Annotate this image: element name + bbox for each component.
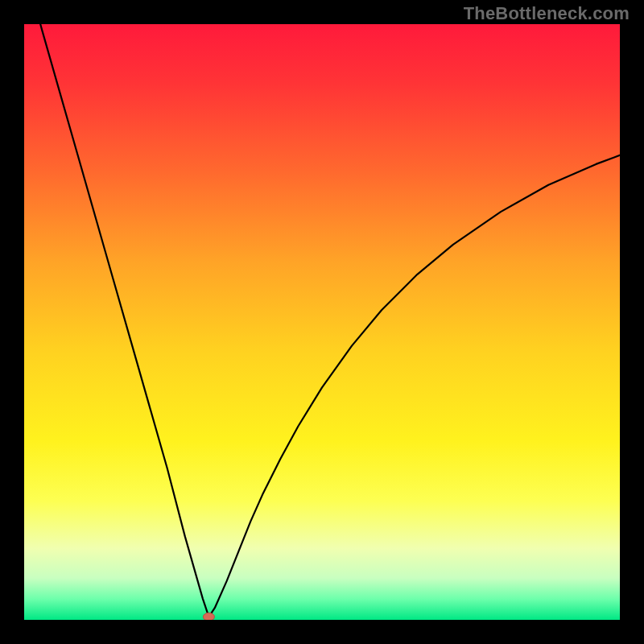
gradient-background [24, 24, 620, 620]
plot-area [24, 24, 620, 620]
bottleneck-chart-svg [24, 24, 620, 620]
watermark-text: TheBottleneck.com [464, 3, 630, 24]
optimal-point-marker [203, 613, 214, 620]
chart-frame: TheBottleneck.com [0, 0, 644, 644]
